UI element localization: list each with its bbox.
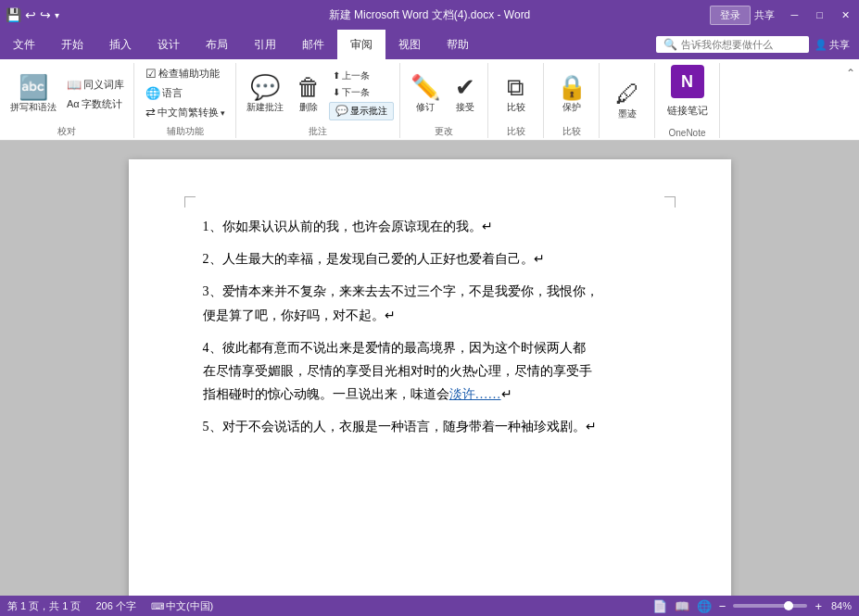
accept-icon: ✔ <box>455 74 475 101</box>
track-changes-button[interactable]: ✏️ 修订 <box>406 72 445 117</box>
track-icon: ✏️ <box>411 74 440 101</box>
zoom-out-button[interactable]: − <box>719 599 726 613</box>
status-right: 📄 📖 🌐 − + 84% <box>652 599 852 613</box>
ribbon-content: 🔤 拼写和语法 📖 同义词库 Aα 字数统计 校对 ☑ 检查辅助功能 <box>0 59 859 141</box>
login-button[interactable]: 登录 <box>710 6 751 25</box>
zoom-slider[interactable] <box>733 604 807 608</box>
paragraph-3: 3、爱情本来并不复杂，来来去去不过三个字，不是我爱你，我恨你，便是算了吧，你好吗… <box>203 280 657 326</box>
close-button[interactable]: ✕ <box>832 0 859 30</box>
protect-icon: 🔒 <box>557 74 587 101</box>
compare-icon: ⧉ <box>507 74 524 101</box>
check-aux-button[interactable]: ☑ 检查辅助功能 <box>142 65 223 82</box>
collapse-icon: ⌃ <box>846 67 855 80</box>
tab-references[interactable]: 引用 <box>241 30 289 59</box>
window-title: 新建 Microsoft Word 文档(4).docx - Word <box>329 7 531 23</box>
corner-mark-tl <box>184 196 196 207</box>
wordcount-button[interactable]: Aα 字数统计 <box>63 95 128 113</box>
ribbon-collapse[interactable]: ⌃ <box>842 63 859 138</box>
view-web-icon[interactable]: 🌐 <box>697 599 712 613</box>
share-icon: 👤 <box>815 39 827 51</box>
undo-icon[interactable]: ↩ <box>25 7 36 22</box>
status-left: 第 1 页，共 1 页 206 个字 ⌨ 中文(中国) <box>7 599 213 613</box>
link-note-button[interactable]: 链接笔记 <box>663 102 712 119</box>
ribbon-group-compare: ⧉ 比较 比较 <box>488 63 544 138</box>
trans-icon: ⇄ <box>145 106 156 119</box>
compare-label: 比较 <box>507 125 525 138</box>
up-arrow-icon: ⬆ <box>333 70 340 81</box>
compare-button[interactable]: ⧉ 比较 <box>499 72 533 117</box>
nav-comment-col: ⬆ 上一条 ⬇ 下一条 💬 显示批注 <box>329 69 394 120</box>
paragraph-2: 2、人生最大的幸福，是发现自己爱的人正好也爱着自己。↵ <box>203 247 657 270</box>
share-button[interactable]: 共享 <box>754 8 775 22</box>
spellcheck-button[interactable]: 🔤 拼写和语法 <box>6 72 61 117</box>
onenote-icon: N <box>671 65 704 98</box>
trans-button[interactable]: ⇄ 中文简繁转换 ▾ <box>142 104 229 121</box>
delete-icon: 🗑 <box>297 74 321 101</box>
ribbon-search-box[interactable]: 🔍 <box>656 36 809 53</box>
paragraph-1: 1、你如果认识从前的我，也许会原谅现在的我。↵ <box>203 215 657 238</box>
tab-review[interactable]: 审阅 <box>337 30 385 59</box>
proofing-col: 📖 同义词库 Aα 字数统计 <box>63 76 128 113</box>
tab-home[interactable]: 开始 <box>48 30 96 59</box>
corner-mark-tr <box>664 196 676 207</box>
auxiliary-label: 辅助功能 <box>167 125 204 138</box>
proofing-label: 校对 <box>57 125 76 138</box>
tab-view[interactable]: 视图 <box>385 30 434 59</box>
language-indicator: ⌨ 中文(中国) <box>151 599 213 613</box>
comments-label: 批注 <box>309 125 327 138</box>
zoom-thumb <box>784 601 793 610</box>
zoom-level[interactable]: 84% <box>831 600 852 611</box>
ink-icon: 🖊 <box>615 81 639 107</box>
ribbon-group-onenote: N 链接笔记 OneNote <box>655 63 720 138</box>
language-button[interactable]: 🌐 语言 <box>142 84 186 102</box>
ribbon-group-proofing: 🔤 拼写和语法 📖 同义词库 Aα 字数统计 校对 <box>0 63 134 138</box>
view-print-icon[interactable]: 📄 <box>652 599 667 613</box>
title-bar: 💾 ↩ ↪ ▾ 新建 Microsoft Word 文档(4).docx - W… <box>0 0 859 30</box>
prev-comment-button[interactable]: ⬆ 上一条 <box>329 69 394 83</box>
minimize-button[interactable]: ─ <box>782 0 808 30</box>
view-read-icon[interactable]: 📖 <box>675 599 689 613</box>
protect-button[interactable]: 🔒 保护 <box>552 72 591 117</box>
new-comment-button[interactable]: 💬 新建批注 <box>242 72 288 117</box>
ribbon-group-tracking: ✏️ 修订 ✔ 接受 更改 <box>400 63 488 138</box>
restore-button[interactable]: □ <box>807 0 832 30</box>
spellcheck-icon: 🔤 <box>19 74 48 101</box>
accept-button[interactable]: ✔ 接受 <box>448 72 482 117</box>
tab-layout[interactable]: 布局 <box>193 30 241 59</box>
paragraph-4: 4、彼此都有意而不说出来是爱情的最高境界，因为这个时候两人都在尽情享受媚眼，尽情… <box>203 336 657 407</box>
ink-button[interactable]: 🖊 墨迹 <box>611 79 644 123</box>
down-arrow-icon: ⬇ <box>333 87 340 97</box>
delete-comment-button[interactable]: 🗑 删除 <box>292 72 325 117</box>
show-comments-icon: 💬 <box>335 105 348 117</box>
lang-icon: ⌨ <box>151 601 164 611</box>
protect-label: 比较 <box>562 125 581 138</box>
ribbon-group-protect: 🔒 保护 比较 <box>544 63 600 138</box>
tab-file[interactable]: 文件 <box>0 30 48 59</box>
status-bar: 第 1 页，共 1 页 206 个字 ⌨ 中文(中国) 📄 📖 🌐 − + 84… <box>0 596 859 616</box>
save-icon[interactable]: 💾 <box>6 7 21 22</box>
tab-design[interactable]: 设计 <box>145 30 193 59</box>
redo-icon[interactable]: ↪ <box>40 7 51 22</box>
ribbon-group-auxiliary: ☑ 检查辅助功能 🌐 语言 ⇄ 中文简繁转换 ▾ 辅助功能 <box>134 63 236 138</box>
document-content: 1、你如果认识从前的我，也许会原谅现在的我。↵ 2、人生最大的幸福，是发现自己爱… <box>203 215 657 439</box>
zoom-in-button[interactable]: + <box>815 599 822 613</box>
quick-access-toolbar: 💾 ↩ ↪ ▾ <box>0 7 148 22</box>
tab-insert[interactable]: 插入 <box>96 30 145 59</box>
check-aux-icon: ☑ <box>145 67 157 81</box>
show-comments-button[interactable]: 💬 显示批注 <box>329 102 394 120</box>
trans-dropdown-icon: ▾ <box>221 108 225 118</box>
language-icon: 🌐 <box>145 86 160 100</box>
document-page: 1、你如果认识从前的我，也许会原谅现在的我。↵ 2、人生最大的幸福，是发现自己爱… <box>129 159 731 596</box>
share-ribbon-button[interactable]: 👤 共享 <box>815 38 850 52</box>
ribbon-group-comments: 💬 新建批注 🗑 删除 ⬆ 上一条 ⬇ 下一条 💬 显示批注 <box>236 63 400 138</box>
search-icon: 🔍 <box>663 38 677 51</box>
tab-mailing[interactable]: 邮件 <box>289 30 337 59</box>
quick-access-dropdown[interactable]: ▾ <box>55 10 59 20</box>
tab-help[interactable]: 帮助 <box>434 30 482 59</box>
window-controls: 登录 共享 ─ □ ✕ <box>710 0 859 30</box>
thesaurus-button[interactable]: 📖 同义词库 <box>63 76 128 94</box>
search-input[interactable] <box>681 39 802 50</box>
tracking-label: 更改 <box>435 125 453 138</box>
next-comment-button[interactable]: ⬇ 下一条 <box>329 85 394 100</box>
ribbon-group-ink: 🖊 墨迹 <box>600 63 655 138</box>
